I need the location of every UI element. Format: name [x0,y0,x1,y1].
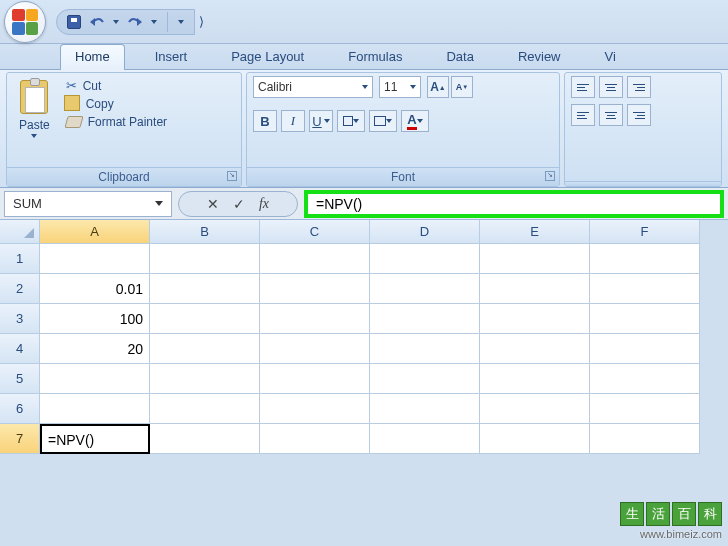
cell-B2[interactable] [150,274,260,304]
underline-button[interactable]: U [309,110,333,132]
customize-qat-icon[interactable] [178,20,184,24]
cell-A4[interactable]: 20 [40,334,150,364]
row-header-5[interactable]: 5 [0,364,40,394]
cell-D3[interactable] [370,304,480,334]
row-header-7[interactable]: 7 [0,424,40,454]
cell-F2[interactable] [590,274,700,304]
col-header-A[interactable]: A [40,220,150,244]
align-center-button[interactable] [599,104,623,126]
tab-insert[interactable]: Insert [141,45,202,69]
cell-A5[interactable] [40,364,150,394]
clipboard-launcher-icon[interactable] [227,171,237,181]
cell-B6[interactable] [150,394,260,424]
redo-dropdown-icon[interactable] [151,20,157,24]
office-button[interactable] [4,1,46,43]
cell-D1[interactable] [370,244,480,274]
cell-B7[interactable] [150,424,260,454]
cell-C1[interactable] [260,244,370,274]
cell-C5[interactable] [260,364,370,394]
font-color-button[interactable]: A [401,110,429,132]
cell-E1[interactable] [480,244,590,274]
enter-formula-button[interactable]: ✓ [233,196,245,212]
shrink-font-button[interactable]: A▼ [451,76,473,98]
row-header-4[interactable]: 4 [0,334,40,364]
cell-B5[interactable] [150,364,260,394]
col-header-E[interactable]: E [480,220,590,244]
cell-A6[interactable] [40,394,150,424]
grow-font-button[interactable]: A▲ [427,76,449,98]
cell-D4[interactable] [370,334,480,364]
cell-F3[interactable] [590,304,700,334]
cell-B4[interactable] [150,334,260,364]
italic-button[interactable]: I [281,110,305,132]
font-name-combo[interactable]: Calibri [253,76,373,98]
col-header-F[interactable]: F [590,220,700,244]
undo-icon[interactable] [89,16,105,28]
cell-E7[interactable] [480,424,590,454]
cell-F7[interactable] [590,424,700,454]
select-all-corner[interactable] [0,220,40,244]
tab-view[interactable]: Vi [591,45,630,69]
cell-E3[interactable] [480,304,590,334]
cell-A1[interactable] [40,244,150,274]
row-header-6[interactable]: 6 [0,394,40,424]
cell-E4[interactable] [480,334,590,364]
col-header-D[interactable]: D [370,220,480,244]
undo-dropdown-icon[interactable] [113,20,119,24]
cell-C4[interactable] [260,334,370,364]
row-header-1[interactable]: 1 [0,244,40,274]
border-button[interactable] [337,110,365,132]
cell-A3[interactable]: 100 [40,304,150,334]
tab-review[interactable]: Review [504,45,575,69]
cell-A2[interactable]: 0.01 [40,274,150,304]
cell-B1[interactable] [150,244,260,274]
cell-D2[interactable] [370,274,480,304]
cell-C6[interactable] [260,394,370,424]
font-size-combo[interactable]: 11 [379,76,421,98]
insert-function-button[interactable]: fx [259,196,269,212]
cell-E2[interactable] [480,274,590,304]
cell-D7[interactable] [370,424,480,454]
align-top-button[interactable] [571,76,595,98]
cell-C2[interactable] [260,274,370,304]
row-header-2[interactable]: 2 [0,274,40,304]
tab-data[interactable]: Data [432,45,487,69]
formula-input[interactable]: =NPV() [304,190,724,218]
cell-F6[interactable] [590,394,700,424]
align-bottom-button[interactable] [627,76,651,98]
cancel-formula-button[interactable]: ✕ [207,196,219,212]
font-launcher-icon[interactable] [545,171,555,181]
align-middle-button[interactable] [599,76,623,98]
cell-F1[interactable] [590,244,700,274]
tab-page-layout[interactable]: Page Layout [217,45,318,69]
row-header-3[interactable]: 3 [0,304,40,334]
paste-dropdown-icon[interactable] [31,134,37,138]
qat-end-chevron-icon[interactable]: ⟩ [199,14,204,29]
redo-icon[interactable] [127,16,143,28]
bold-button[interactable]: B [253,110,277,132]
format-painter-button[interactable]: Format Painter [66,115,167,129]
cut-button[interactable]: ✂ Cut [66,78,167,93]
col-header-B[interactable]: B [150,220,260,244]
fill-color-button[interactable] [369,110,397,132]
align-left-button[interactable] [571,104,595,126]
cell-C3[interactable] [260,304,370,334]
save-icon[interactable] [67,15,81,29]
cell-F5[interactable] [590,364,700,394]
cell-F4[interactable] [590,334,700,364]
tab-home[interactable]: Home [60,44,125,70]
cell-D5[interactable] [370,364,480,394]
cell-B3[interactable] [150,304,260,334]
tab-formulas[interactable]: Formulas [334,45,416,69]
name-box-dropdown-icon[interactable] [155,201,163,206]
cell-E5[interactable] [480,364,590,394]
cell-E6[interactable] [480,394,590,424]
cell-C7[interactable] [260,424,370,454]
name-box[interactable]: SUM [4,191,172,217]
cell-A7[interactable]: =NPV() [40,424,150,454]
cell-D6[interactable] [370,394,480,424]
align-right-button[interactable] [627,104,651,126]
copy-button[interactable]: Copy [66,97,167,111]
col-header-C[interactable]: C [260,220,370,244]
paste-button[interactable]: Paste [13,76,56,142]
